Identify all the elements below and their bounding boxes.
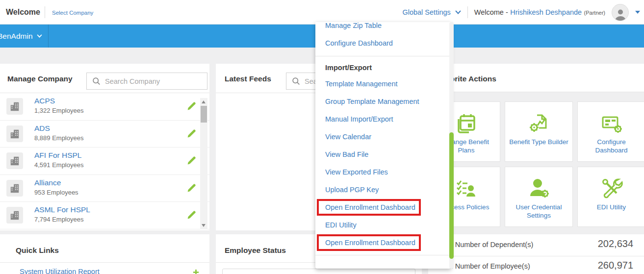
company-row: AFI For HSPL 4,591 Employees [0, 148, 209, 175]
company-name-link[interactable]: ASML For HSPL [34, 205, 90, 214]
dashboard-gear-icon [600, 102, 623, 137]
company-list-scrollbar[interactable] [200, 98, 207, 229]
global-settings-label: Global Settings [402, 8, 450, 16]
avatar[interactable] [612, 4, 629, 21]
menu-item-group-template-management[interactable]: Group Template Management [315, 93, 451, 110]
edit-pencil-icon[interactable] [186, 128, 197, 139]
divider [315, 56, 451, 56]
company-name-link[interactable]: ACPS [34, 97, 55, 105]
scrollbar-thumb[interactable] [449, 132, 454, 259]
summary-value: 202,634 [598, 238, 633, 249]
tools-icon [600, 167, 623, 202]
quick-links-panel: Quick Links System Utilization Report [0, 234, 209, 274]
divider [48, 25, 49, 48]
edit-pencil-icon[interactable] [186, 101, 197, 111]
topbar-right-cluster: Global Settings Welcome - Hrishikesh Des… [402, 0, 640, 25]
company-employee-count: 4,591 Employees [34, 161, 83, 169]
divider [0, 262, 209, 263]
global-settings-menu-button[interactable]: Global Settings [402, 8, 461, 16]
favorite-actions-header: Favorite Actions [428, 64, 644, 92]
building-icon [6, 125, 23, 142]
summary-row: Total Number of Dependent(s) 202,634 [428, 234, 644, 256]
scrollbar-thumb[interactable] [201, 106, 207, 123]
search-company-input[interactable] [105, 77, 207, 85]
search-icon [292, 77, 300, 85]
user-name-link[interactable]: Hrishikesh Deshpande [510, 8, 582, 16]
dropdown-scrollbar[interactable] [449, 22, 454, 269]
company-employee-count: 7,794 Employees [34, 216, 83, 223]
menu-item-view-calendar[interactable]: View Calendar [315, 128, 451, 146]
person-icon [614, 8, 627, 21]
building-icon [6, 98, 23, 115]
company-search-box[interactable] [86, 73, 207, 90]
company-row: ADS 8,889 Employees [0, 121, 209, 148]
global-settings-dropdown: Manage Zip Table Configure Dashboard Imp… [315, 22, 451, 269]
account-dropdown-caret-icon[interactable] [635, 11, 640, 14]
page-title: Welcome [6, 0, 40, 25]
company-row: ASML For HSPL 7,794 Employees [0, 202, 209, 229]
company-employee-count: 1,322 Employees [34, 107, 83, 114]
scroll-up-icon[interactable] [202, 100, 206, 103]
panel-title: Manage Company [7, 75, 73, 83]
summary-value: 260,971 [598, 260, 633, 271]
company-employee-count: 8,889 Employees [34, 134, 83, 142]
tile-benefit-type-builder[interactable]: Benefit Type Builder [505, 101, 573, 162]
summary-totals-panel: Total Number of Dependent(s) 202,634 Tot… [428, 234, 644, 274]
manage-company-panel: Manage Company ACPS 1,322 Employees ADS … [0, 64, 209, 230]
edit-pencil-icon[interactable] [186, 210, 197, 220]
nav-item-benadmin[interactable]: BenAdmin [0, 25, 42, 48]
menu-item-configure-dashboard[interactable]: Configure Dashboard [315, 34, 451, 52]
menu-item-view-exported-files[interactable]: View Exported Files [315, 163, 451, 181]
panel-title: Quick Links [16, 246, 59, 255]
add-icon[interactable] [193, 269, 199, 274]
menu-item-manual-import-export[interactable]: Manual Import/Export [315, 110, 451, 128]
menu-item-open-enrollment-dashboard[interactable]: Open Enrollment Dashboard [317, 199, 421, 216]
quick-link-system-utilization-report[interactable]: System Utilization Report [20, 268, 100, 274]
menu-item-template-management[interactable]: Template Management [315, 75, 451, 93]
dropdown-item-list: Manage Zip Table Configure Dashboard Imp… [315, 22, 451, 269]
menu-section-import-export: Import/Export [315, 60, 451, 75]
company-row: Alliance 953 Employees [0, 175, 209, 202]
divider [45, 6, 45, 18]
company-list: ACPS 1,322 Employees ADS 8,889 Employees… [0, 93, 209, 229]
building-icon [6, 152, 23, 169]
company-name-link[interactable]: Alliance [34, 178, 61, 187]
summary-row: Total Number of Employee(s) 260,971 [428, 256, 644, 274]
divider [467, 6, 468, 18]
panel-title: Latest Feeds [225, 75, 271, 83]
panel-title: Employee Status [225, 246, 286, 255]
user-gear-icon [527, 167, 551, 202]
edit-pencil-icon[interactable] [186, 155, 197, 166]
calendar-icon [455, 102, 478, 137]
company-row: ACPS 1,322 Employees [0, 93, 209, 121]
user-welcome-text: Welcome - Hrishikesh Deshpande (Partner) [474, 8, 605, 17]
scroll-down-icon[interactable] [202, 224, 206, 227]
employee-status-content-box [222, 269, 415, 274]
building-icon [6, 207, 23, 224]
gear-chart-icon [527, 102, 551, 137]
select-company-link[interactable]: Select Company [52, 0, 93, 25]
edit-pencil-icon[interactable] [186, 183, 197, 193]
top-bar: Welcome Select Company Global Settings W… [0, 0, 644, 25]
tile-user-credential-settings[interactable]: User Credential Settings [505, 167, 573, 227]
company-name-link[interactable]: ADS [34, 124, 50, 133]
divider [315, 255, 451, 255]
menu-item-view-bad-file[interactable]: View Bad File [315, 146, 451, 163]
chevron-down-icon [455, 10, 461, 14]
search-icon [92, 77, 101, 85]
chevron-down-icon [37, 34, 42, 38]
tile-configure-dashboard[interactable]: Configure Dashboard [577, 101, 644, 162]
company-name-link[interactable]: AFI For HSPL [34, 151, 81, 160]
menu-item-upload-pgp-key[interactable]: Upload PGP Key [315, 181, 451, 199]
building-icon [6, 180, 23, 197]
menu-item-edi-utility[interactable]: EDI Utility [315, 216, 451, 234]
menu-item-open-enrollment-dashboard[interactable]: Open Enrollment Dashboard [317, 234, 421, 251]
menu-item-manage-zip-table[interactable]: Manage Zip Table [315, 22, 451, 34]
tile-edi-utility[interactable]: EDI Utility [577, 167, 644, 227]
company-employee-count: 953 Employees [34, 189, 78, 196]
user-role-label: (Partner) [584, 10, 605, 16]
checklist-user-icon [455, 167, 478, 202]
